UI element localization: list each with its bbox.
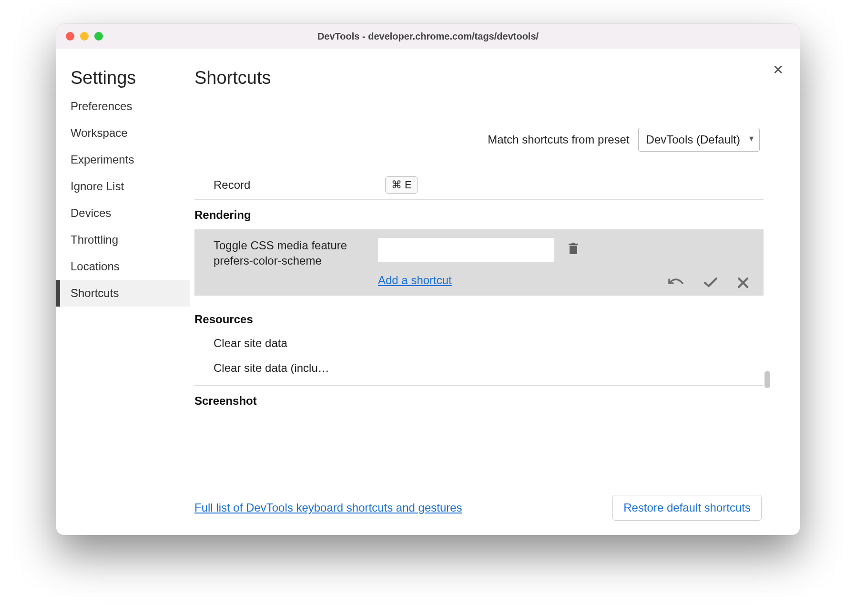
- trash-icon[interactable]: [568, 243, 579, 257]
- shortcut-row-clear-site-data-incl: Clear site data (inclu…: [194, 356, 764, 380]
- add-shortcut-link[interactable]: Add a shortcut: [378, 274, 452, 287]
- sidebar-item-preferences[interactable]: Preferences: [56, 93, 190, 120]
- shortcut-edit-actions: [667, 277, 749, 289]
- keyboard-shortcut-badge: ⌘ E: [385, 176, 418, 194]
- shortcut-edit-row: Toggle CSS media feature prefers-color-s…: [194, 229, 764, 296]
- section-rendering: Rendering: [194, 200, 764, 226]
- section-resources: Resources: [194, 304, 764, 331]
- settings-main: Shortcuts Match shortcuts from preset De…: [190, 49, 800, 535]
- confirm-icon[interactable]: [703, 277, 718, 289]
- settings-sidebar: Settings Preferences Workspace Experimen…: [56, 49, 190, 535]
- shortcut-row-record: Record ⌘ E: [194, 171, 764, 199]
- devtools-settings-window: DevTools - developer.chrome.com/tags/dev…: [56, 24, 800, 535]
- preset-label: Match shortcuts from preset: [488, 133, 629, 146]
- window-title: DevTools - developer.chrome.com/tags/dev…: [56, 31, 800, 42]
- minimize-window-button[interactable]: [80, 32, 89, 41]
- preset-select[interactable]: DevTools (Default): [638, 128, 760, 152]
- sidebar-item-workspace[interactable]: Workspace: [56, 120, 190, 146]
- sidebar-heading: Settings: [56, 68, 190, 93]
- shortcut-row-clear-site-data: Clear site data: [194, 331, 764, 356]
- sidebar-item-devices[interactable]: Devices: [56, 200, 190, 226]
- sidebar-item-experiments[interactable]: Experiments: [56, 146, 190, 173]
- scrollbar-thumb[interactable]: [764, 371, 770, 388]
- shortcut-input[interactable]: [378, 238, 554, 262]
- section-screenshot: Screenshot: [194, 386, 764, 412]
- shortcut-label: Clear site data: [214, 337, 385, 350]
- restore-defaults-button[interactable]: Restore default shortcuts: [612, 495, 762, 521]
- shortcuts-scroll-area: Record ⌘ E Rendering Toggle CSS media fe…: [194, 171, 781, 487]
- sidebar-item-throttling[interactable]: Throttling: [56, 226, 190, 253]
- page-title: Shortcuts: [194, 68, 781, 99]
- shortcut-label: Record: [214, 178, 385, 192]
- sidebar-item-locations[interactable]: Locations: [56, 253, 190, 280]
- sidebar-item-ignore-list[interactable]: Ignore List: [56, 173, 190, 200]
- window-titlebar: DevTools - developer.chrome.com/tags/dev…: [56, 24, 800, 49]
- zoom-window-button[interactable]: [94, 32, 103, 41]
- preset-row: Match shortcuts from preset DevTools (De…: [194, 128, 760, 152]
- svg-rect-2: [571, 243, 575, 244]
- full-shortcut-list-link[interactable]: Full list of DevTools keyboard shortcuts…: [194, 501, 462, 514]
- svg-rect-0: [570, 246, 577, 254]
- shortcut-label: Clear site data (inclu…: [214, 361, 385, 375]
- traffic-lights: [66, 32, 103, 41]
- undo-icon[interactable]: [667, 277, 684, 289]
- preset-value: DevTools (Default): [646, 133, 740, 146]
- cancel-icon[interactable]: [737, 277, 749, 289]
- sidebar-item-shortcuts[interactable]: Shortcuts: [56, 280, 190, 307]
- close-window-button[interactable]: [66, 32, 74, 41]
- shortcut-edit-label: Toggle CSS media feature prefers-color-s…: [214, 238, 378, 269]
- shortcuts-footer: Full list of DevTools keyboard shortcuts…: [194, 487, 781, 535]
